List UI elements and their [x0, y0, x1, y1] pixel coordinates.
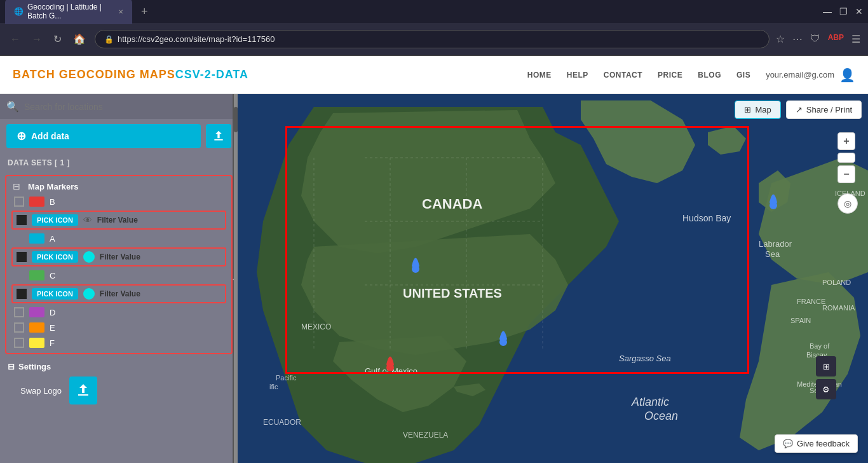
color-swatch-b	[29, 197, 44, 207]
add-data-button[interactable]: ⊕ Add data	[6, 124, 201, 148]
compass-button[interactable]: ◎	[837, 193, 858, 214]
search-icon: 🔍	[6, 100, 19, 113]
sidebar: 🔍 ⊕ Add data DATA SETS [ 1 ]	[0, 94, 238, 463]
icon-checkbox-a[interactable]	[17, 252, 27, 262]
item-label-c: C	[50, 271, 55, 280]
bookmark-icon[interactable]: ☆	[776, 33, 785, 45]
swap-logo-row: Swap Logo	[8, 371, 230, 410]
back-button[interactable]: ←	[8, 31, 23, 48]
settings-collapse-icon: ⊟	[8, 362, 15, 371]
color-swatch-e	[29, 322, 44, 333]
color-swatch-a	[29, 233, 44, 244]
color-swatch-c	[29, 270, 44, 280]
filter-value-label-a: Filter Value	[100, 252, 140, 261]
extra-controls: ⊞ ⚙	[816, 356, 836, 399]
window-controls: — ❐ ✕	[823, 6, 863, 17]
svg-text:ECUADOR: ECUADOR	[263, 418, 301, 427]
active-tab[interactable]: 🌐 Geocoding | Latitude | Batch G... ✕	[5, 0, 132, 24]
filter-value-label-b: Filter Value	[97, 216, 138, 225]
new-tab-button[interactable]: +	[137, 5, 152, 18]
app-container: BATCH GEOCODING MAPS CSV-2-DATA HOME HEL…	[0, 56, 868, 463]
item-label-d: D	[50, 308, 55, 317]
user-avatar-icon[interactable]: 👤	[839, 67, 855, 83]
nav-price[interactable]: PRICE	[658, 71, 682, 79]
settings-section: ⊟ Settings Swap Logo	[0, 357, 238, 415]
item-label-b: B	[50, 197, 55, 207]
tab-favicon: 🌐	[14, 7, 24, 16]
close-button[interactable]: ✕	[855, 6, 863, 17]
user-email: your.email@g.com	[766, 70, 834, 79]
minimize-button[interactable]: —	[823, 6, 832, 17]
home-button[interactable]: 🏠	[71, 31, 88, 48]
nav-help[interactable]: HELP	[567, 71, 588, 79]
map-toolbar: ⊞ Map ↗ Share / Print	[735, 100, 862, 119]
toolbar-icons: ☆ ⋯ 🛡 ABP ☰	[776, 33, 860, 45]
layers-button[interactable]: ⊞	[816, 356, 836, 377]
filter-value-label-c: Filter Value	[100, 289, 140, 298]
icon-checkbox-c[interactable]	[17, 289, 27, 299]
pick-icon-button-a[interactable]: PICK ICON	[32, 251, 78, 263]
swap-logo-button[interactable]	[69, 377, 97, 404]
tab-title: Geocoding | Latitude | Batch G...	[27, 3, 114, 20]
map-controls: + − ◎	[837, 132, 858, 214]
list-item: C	[9, 268, 229, 283]
give-feedback-button[interactable]: 💬 Give feedback	[775, 434, 858, 453]
main-content: 🔍 ⊕ Add data DATA SETS [ 1 ]	[0, 94, 868, 463]
map-tab-button[interactable]: ⊞ Map	[735, 100, 780, 119]
address-bar: ← → ↻ 🏠 🔒 https://csv2geo.com/site/map-i…	[0, 23, 868, 56]
svg-text:MEXICO: MEXICO	[301, 322, 331, 331]
svg-text:ROMANIA: ROMANIA	[822, 304, 855, 312]
browser-chrome: 🌐 Geocoding | Latitude | Batch G... ✕ + …	[0, 0, 868, 56]
eye-icon-b[interactable]: 👁	[83, 215, 92, 225]
zoom-in-button[interactable]: +	[837, 132, 855, 150]
svg-text:Bay of: Bay of	[810, 342, 830, 350]
pick-icon-button-b[interactable]: PICK ICON	[32, 214, 78, 226]
item-label-e: E	[50, 323, 55, 333]
extensions-icon[interactable]: ⋯	[792, 33, 803, 45]
svg-text:ific: ific	[269, 383, 278, 390]
nav-blog[interactable]: BLOG	[698, 71, 721, 79]
pick-icon-button-c[interactable]: PICK ICON	[32, 288, 78, 300]
add-data-row: ⊕ Add data	[0, 119, 238, 153]
share-print-button[interactable]: ↗ Share / Print	[786, 100, 862, 119]
sidebar-search: 🔍	[0, 94, 238, 119]
svg-text:Ocean: Ocean	[644, 410, 678, 422]
settings-map-button[interactable]: ⚙	[816, 379, 836, 399]
pick-icon-row-c: PICK ICON Filter Value	[11, 284, 226, 303]
item-label-f: F	[50, 338, 55, 348]
sidebar-scrollbar[interactable]	[234, 94, 238, 463]
svg-text:Sea: Sea	[765, 249, 780, 259]
svg-rect-0	[214, 139, 222, 141]
shield-icon[interactable]: 🛡	[810, 33, 820, 45]
map-area[interactable]: CANADA Hudson Bay Labrador Sea UNITED ST…	[238, 94, 868, 463]
nav-gis[interactable]: GIS	[736, 71, 750, 79]
item-checkbox-d[interactable]	[14, 307, 24, 317]
scrollbar-thumb[interactable]	[234, 107, 238, 132]
tab-close-button[interactable]: ✕	[118, 8, 123, 15]
list-item: F	[9, 335, 229, 350]
maximize-button[interactable]: ❐	[839, 6, 848, 17]
item-checkbox-b[interactable]	[14, 197, 24, 207]
forward-button[interactable]: →	[29, 31, 44, 48]
adblock-icon[interactable]: ABP	[828, 33, 844, 45]
url-bar[interactable]: 🔒 https://csv2geo.com/site/map-it?id=117…	[95, 30, 770, 48]
menu-icon[interactable]: ☰	[851, 33, 860, 45]
cyan-indicator-a	[83, 251, 95, 263]
svg-text:UNITED STATES: UNITED STATES	[403, 286, 502, 300]
collapse-toggle[interactable]: ⊟	[13, 181, 20, 191]
settings-header[interactable]: ⊟ Settings	[8, 362, 230, 371]
upload-button[interactable]	[206, 124, 231, 148]
lock-icon: 🔒	[104, 35, 114, 44]
svg-text:Sargasso Sea: Sargasso Sea	[619, 354, 671, 363]
icon-checkbox-b[interactable]	[17, 215, 27, 225]
search-input[interactable]	[24, 102, 231, 112]
item-checkbox-f[interactable]	[14, 338, 24, 348]
refresh-button[interactable]: ↻	[51, 31, 64, 48]
zoom-out-button[interactable]: −	[837, 165, 855, 183]
settings-label: Settings	[18, 362, 51, 371]
nav-home[interactable]: HOME	[527, 71, 552, 79]
item-checkbox-e[interactable]	[14, 322, 24, 333]
svg-text:Pacific: Pacific	[276, 374, 297, 382]
svg-text:Atlantic: Atlantic	[631, 396, 669, 408]
nav-contact[interactable]: CONTACT	[604, 71, 642, 79]
